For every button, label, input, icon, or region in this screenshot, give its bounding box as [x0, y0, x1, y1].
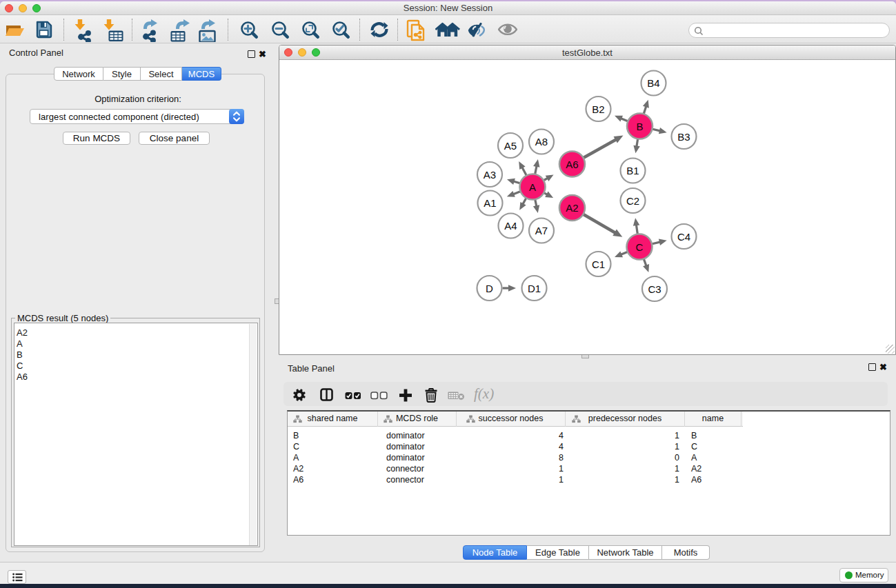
svg-text:A1: A1: [484, 197, 496, 209]
svg-text:C: C: [636, 241, 644, 253]
svg-text:C1: C1: [592, 258, 605, 270]
svg-text:A3: A3: [484, 169, 496, 181]
svg-text:C2: C2: [626, 195, 639, 207]
svg-text:C4: C4: [677, 231, 690, 243]
svg-text:D: D: [486, 283, 493, 294]
svg-text:B2: B2: [592, 103, 604, 115]
svg-text:B3: B3: [677, 131, 690, 143]
svg-text:A: A: [529, 181, 536, 193]
svg-text:A2: A2: [566, 202, 578, 214]
svg-text:C3: C3: [648, 283, 661, 295]
svg-text:B4: B4: [647, 77, 659, 89]
svg-text:B1: B1: [626, 165, 639, 176]
svg-text:D1: D1: [528, 283, 541, 294]
svg-text:B: B: [636, 121, 643, 132]
svg-text:A6: A6: [566, 159, 578, 170]
svg-text:A8: A8: [535, 136, 548, 148]
svg-text:A5: A5: [504, 140, 517, 152]
svg-text:A4: A4: [504, 220, 517, 232]
svg-text:A7: A7: [535, 225, 548, 236]
